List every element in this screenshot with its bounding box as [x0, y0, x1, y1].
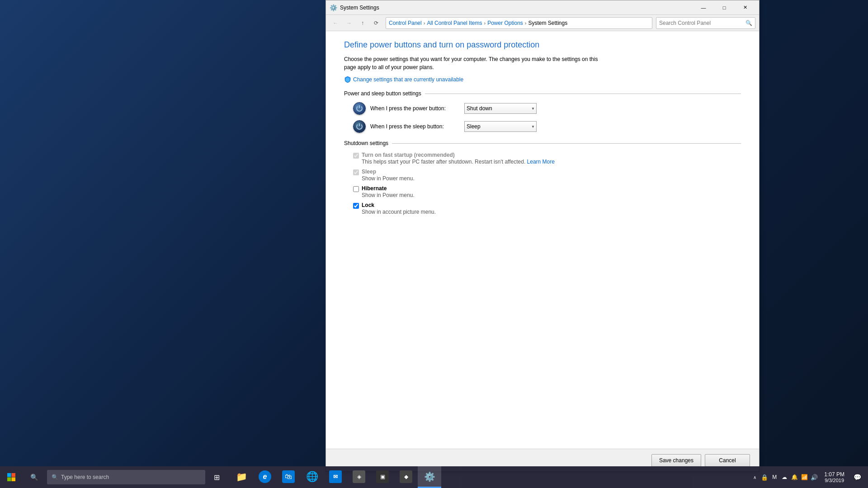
sleep-checkbox-row: Sleep Show in Power menu.	[344, 169, 741, 182]
hibernate-checkbox-sublabel: Show in Power menu.	[362, 192, 415, 198]
lock-checkbox[interactable]	[353, 203, 359, 209]
clock-time: 1:07 PM	[824, 471, 844, 478]
power-button-select[interactable]: Do nothing Sleep Hibernate Shut down Tur…	[464, 103, 537, 114]
power-button-label: When I press the power button:	[370, 105, 461, 112]
sleep-button-row: When I press the sleep button: Do nothin…	[344, 120, 741, 133]
search-input[interactable]	[659, 20, 745, 26]
cortana-button[interactable]: 🔍	[23, 466, 45, 488]
breadcrumb-all-items[interactable]: All Control Panel Items	[427, 20, 482, 26]
change-settings-link[interactable]: Change settings that are currently unava…	[353, 76, 463, 83]
hibernate-checkbox-label: Hibernate	[362, 185, 415, 192]
taskbar-app-store[interactable]: 🛍	[277, 466, 300, 488]
fast-startup-checkbox[interactable]	[353, 153, 359, 159]
lock-checkbox-label: Lock	[362, 202, 436, 208]
system-tray: ∧ 🔒 M ☁ 🔔 📶 🔊	[750, 466, 819, 488]
clock-date: 9/3/2019	[825, 478, 844, 483]
power-button-row: When I press the power button: Do nothin…	[344, 102, 741, 115]
sleep-button-select-wrapper: Do nothing Sleep Hibernate Shut down Tur…	[464, 121, 537, 132]
taskbar-app-chrome[interactable]: 🌐	[300, 466, 324, 488]
svg-rect-0	[7, 473, 11, 477]
sleep-checkbox[interactable]	[353, 169, 359, 175]
breadcrumb-current: System Settings	[528, 20, 568, 26]
taskbar-app-outlook[interactable]: ✉	[324, 466, 347, 488]
shield-icon	[344, 76, 351, 83]
power-sleep-section-header: Power and sleep button settings	[344, 90, 741, 97]
sleep-button-label: When I press the sleep button:	[370, 123, 461, 130]
fast-startup-sublabel: This helps start your PC faster after sh…	[362, 159, 555, 165]
back-button[interactable]: ←	[330, 17, 341, 29]
hibernate-checkbox[interactable]	[353, 186, 359, 192]
fast-startup-label: Turn on fast startup (recommended)	[362, 152, 555, 158]
sleep-checkbox-label: Sleep	[362, 169, 415, 175]
tray-network-icon[interactable]: 📶	[800, 466, 809, 488]
breadcrumb: Control Panel › All Control Panel Items …	[386, 17, 652, 29]
taskbar-app-explorer[interactable]: 📁	[230, 466, 253, 488]
cancel-button[interactable]: Cancel	[705, 454, 750, 467]
lock-checkbox-sublabel: Show in account picture menu.	[362, 209, 436, 215]
sleep-checkbox-sublabel: Show in Power menu.	[362, 175, 415, 182]
page-title: Define power buttons and turn on passwor…	[344, 40, 741, 50]
breadcrumb-power-options[interactable]: Power Options	[487, 20, 523, 26]
change-settings-area: Change settings that are currently unava…	[344, 76, 741, 83]
close-button[interactable]: ✕	[735, 0, 755, 15]
up-button[interactable]: ↑	[357, 17, 368, 29]
hibernate-checkbox-row: Hibernate Show in Power menu.	[344, 185, 741, 198]
search-box[interactable]: 🔍	[656, 17, 755, 29]
search-icon: 🔍	[745, 20, 752, 26]
lock-checkbox-row: Lock Show in account picture menu.	[344, 202, 741, 215]
taskbar-app-edge[interactable]: e	[253, 466, 277, 488]
tray-icon-4[interactable]: 🔔	[790, 466, 799, 488]
refresh-button[interactable]: ⟳	[370, 17, 382, 29]
learn-more-link[interactable]: Learn More	[527, 159, 555, 165]
system-settings-window: ⚙️ System Settings — □ ✕ ← → ↑ ⟳ Control…	[326, 0, 760, 472]
tray-volume-icon[interactable]: 🔊	[810, 466, 819, 488]
tray-chevron[interactable]: ∧	[750, 466, 759, 488]
window-title: System Settings	[340, 5, 379, 11]
notification-button[interactable]: 💬	[850, 466, 864, 488]
svg-rect-2	[7, 478, 11, 482]
svg-rect-1	[12, 473, 16, 477]
taskbar-search-placeholder: Type here to search	[61, 474, 109, 480]
power-button-select-wrapper: Do nothing Sleep Hibernate Shut down Tur…	[464, 103, 537, 114]
sleep-icon	[353, 120, 366, 133]
tray-icon-2[interactable]: M	[770, 466, 779, 488]
start-button[interactable]	[0, 466, 23, 488]
taskbar-app-control-panel[interactable]: ⚙️	[418, 466, 441, 488]
address-bar: ← → ↑ ⟳ Control Panel › All Control Pane…	[326, 15, 759, 31]
taskbar-search-icon: 🔍	[52, 474, 58, 480]
main-content: Define power buttons and turn on passwor…	[326, 31, 759, 449]
windows-logo-icon	[7, 473, 16, 482]
taskbar-app-1[interactable]: ◈	[347, 466, 371, 488]
taskbar-apps: 📁 e 🛍 🌐 ✉ ◈ ▣ ◆ ⚙️	[230, 466, 441, 488]
power-icon	[353, 102, 366, 115]
taskbar-search-bar[interactable]: 🔍 Type here to search	[47, 470, 205, 484]
taskbar-app-2[interactable]: ▣	[371, 466, 394, 488]
task-view-button[interactable]: ⊞	[205, 466, 228, 488]
taskbar-app-3[interactable]: ◆	[394, 466, 418, 488]
fast-startup-row: Turn on fast startup (recommended) This …	[344, 152, 741, 165]
shutdown-section-header: Shutdown settings	[344, 140, 741, 146]
minimize-button[interactable]: —	[693, 0, 714, 15]
maximize-button[interactable]: □	[714, 0, 735, 15]
tray-icon-1[interactable]: 🔒	[760, 466, 769, 488]
forward-button[interactable]: →	[343, 17, 355, 29]
window-icon: ⚙️	[330, 4, 337, 11]
breadcrumb-control-panel[interactable]: Control Panel	[389, 20, 422, 26]
sleep-button-select[interactable]: Do nothing Sleep Hibernate Shut down Tur…	[464, 121, 537, 132]
taskbar: 🔍 🔍 Type here to search ⊞ 📁 e 🛍 🌐 ✉ ◈ ▣ …	[0, 466, 868, 488]
description: Choose the power settings that you want …	[344, 55, 660, 71]
title-bar-controls: — □ ✕	[693, 0, 755, 15]
title-bar: ⚙️ System Settings — □ ✕	[326, 0, 759, 15]
svg-rect-3	[12, 478, 16, 482]
taskbar-right: ∧ 🔒 M ☁ 🔔 📶 🔊 1:07 PM 9/3/2019 💬	[750, 466, 868, 488]
tray-icon-3[interactable]: ☁	[780, 466, 789, 488]
clock-area[interactable]: 1:07 PM 9/3/2019	[821, 466, 848, 488]
save-changes-button[interactable]: Save changes	[651, 454, 701, 467]
